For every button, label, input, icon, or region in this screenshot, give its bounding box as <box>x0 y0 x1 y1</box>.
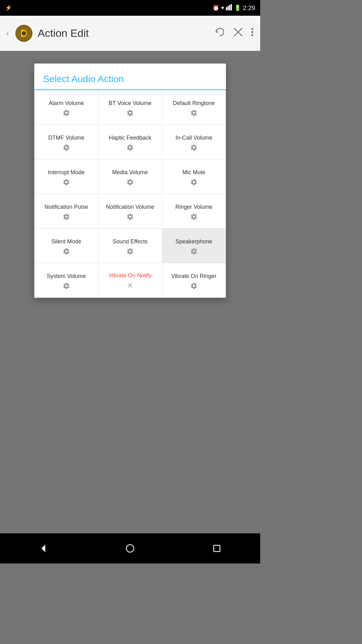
silent-mode-cell[interactable]: Silent Mode <box>35 229 98 263</box>
svg-rect-1 <box>228 6 229 10</box>
gear-icon <box>190 144 197 151</box>
svg-point-5 <box>21 31 26 36</box>
vibrate-on-ringer-cell[interactable]: Vibrate On Ringer <box>162 263 226 298</box>
gear-icon <box>63 282 70 289</box>
alarm-volume-cell[interactable]: Alarm Volume <box>35 90 98 125</box>
select-audio-action-dialog: Select Audio Action Alarm Volume BT Voic… <box>34 64 226 298</box>
system-volume-label: System Volume <box>47 273 86 280</box>
gear-icon <box>63 213 70 220</box>
status-time: 2:29 <box>243 4 255 12</box>
interrupt-mode-label: Interrupt Mode <box>48 169 85 176</box>
svg-rect-13 <box>214 545 220 552</box>
ringer-volume-label: Ringer Volume <box>175 203 212 211</box>
notification-pulse-cell[interactable]: Notification Pulse <box>35 194 98 229</box>
svg-point-9 <box>251 31 253 33</box>
svg-marker-11 <box>41 545 45 552</box>
svg-rect-0 <box>226 7 227 10</box>
refresh-button[interactable] <box>214 26 226 40</box>
mic-mute-cell[interactable]: Mic Mute <box>162 159 226 194</box>
svg-rect-3 <box>231 4 232 10</box>
default-ringtone-cell[interactable]: Default Ringtone <box>162 90 226 125</box>
home-button[interactable] <box>121 539 140 558</box>
top-bar: ‹ Action Edit <box>0 16 260 51</box>
gear-icon <box>190 248 197 255</box>
close-button[interactable] <box>233 27 243 39</box>
gear-icon <box>63 179 70 186</box>
gear-icon <box>190 282 197 289</box>
dialog-title: Select Audio Action <box>34 64 226 90</box>
back-button[interactable] <box>34 539 53 558</box>
svg-point-10 <box>251 34 253 36</box>
haptic-feedback-label: Haptic Feedback <box>109 134 151 142</box>
interrupt-mode-cell[interactable]: Interrupt Mode <box>35 159 98 194</box>
recent-apps-button[interactable] <box>207 539 226 558</box>
gear-icon <box>127 179 134 186</box>
media-volume-label: Media Volume <box>112 169 148 176</box>
gear-icon <box>190 179 197 186</box>
svg-point-8 <box>251 28 253 30</box>
notification-volume-cell[interactable]: Notification Volume <box>98 194 162 229</box>
vibrate-on-ringer-label: Vibrate On Ringer <box>171 273 217 280</box>
vibrate-on-notify-label: Vibrate On Notify <box>109 272 152 279</box>
gear-icon <box>127 109 134 116</box>
lightning-icon: ⚡ <box>5 4 12 11</box>
notification-pulse-label: Notification Pulse <box>44 203 88 211</box>
media-volume-cell[interactable]: Media Volume <box>98 159 162 194</box>
in-call-volume-label: In-Call Volume <box>175 134 212 142</box>
in-call-volume-cell[interactable]: In-Call Volume <box>162 125 226 159</box>
notification-volume-label: Notification Volume <box>106 203 154 211</box>
gear-icon <box>127 213 134 220</box>
speakerphone-label: Speakerphone <box>175 238 212 245</box>
system-volume-cell[interactable]: System Volume <box>35 263 98 298</box>
app-logo <box>15 25 33 42</box>
svg-rect-2 <box>229 5 230 10</box>
back-arrow-icon[interactable]: ‹ <box>6 29 9 38</box>
gear-icon <box>127 248 134 255</box>
svg-point-12 <box>126 545 134 552</box>
gear-icon <box>63 248 70 255</box>
status-bar: ⚡ ⏰ ▾ 🔋 2:29 <box>0 0 260 16</box>
gear-icon <box>190 213 197 220</box>
wifi-icon: ▾ <box>221 4 224 11</box>
bt-voice-volume-label: BT Voice Volume <box>109 100 152 107</box>
dtmf-volume-cell[interactable]: DTMF Volume <box>35 125 98 159</box>
speakerphone-cell[interactable]: Speakerphone <box>162 229 226 263</box>
alarm-volume-label: Alarm Volume <box>49 100 84 107</box>
gear-icon <box>63 109 70 116</box>
gear-icon <box>127 144 134 151</box>
bt-voice-volume-cell[interactable]: BT Voice Volume <box>98 90 162 125</box>
top-bar-actions <box>214 26 254 40</box>
gear-icon <box>63 144 70 151</box>
battery-icon: 🔋 <box>234 4 241 11</box>
ringer-volume-cell[interactable]: Ringer Volume <box>162 194 226 229</box>
nav-bar <box>0 533 260 564</box>
mic-mute-label: Mic Mute <box>182 169 205 176</box>
default-ringtone-label: Default Ringtone <box>173 100 215 107</box>
page-title: Action Edit <box>38 27 209 39</box>
haptic-feedback-cell[interactable]: Haptic Feedback <box>98 125 162 159</box>
audio-action-grid: Alarm Volume BT Voice Volume Default Rin… <box>34 90 226 298</box>
x-icon: ✕ <box>127 282 133 290</box>
menu-button[interactable] <box>251 28 254 39</box>
alarm-icon: ⏰ <box>212 4 219 11</box>
sound-effects-cell[interactable]: Sound Effects <box>98 229 162 263</box>
sound-effects-label: Sound Effects <box>112 238 148 245</box>
signal-icon <box>226 4 232 12</box>
silent-mode-label: Silent Mode <box>51 238 81 245</box>
dtmf-volume-label: DTMF Volume <box>48 134 84 142</box>
gear-icon <box>190 109 197 116</box>
vibrate-on-notify-cell[interactable]: Vibrate On Notify ✕ <box>98 263 162 298</box>
main-content: Select Audio Action Alarm Volume BT Voic… <box>0 51 260 533</box>
